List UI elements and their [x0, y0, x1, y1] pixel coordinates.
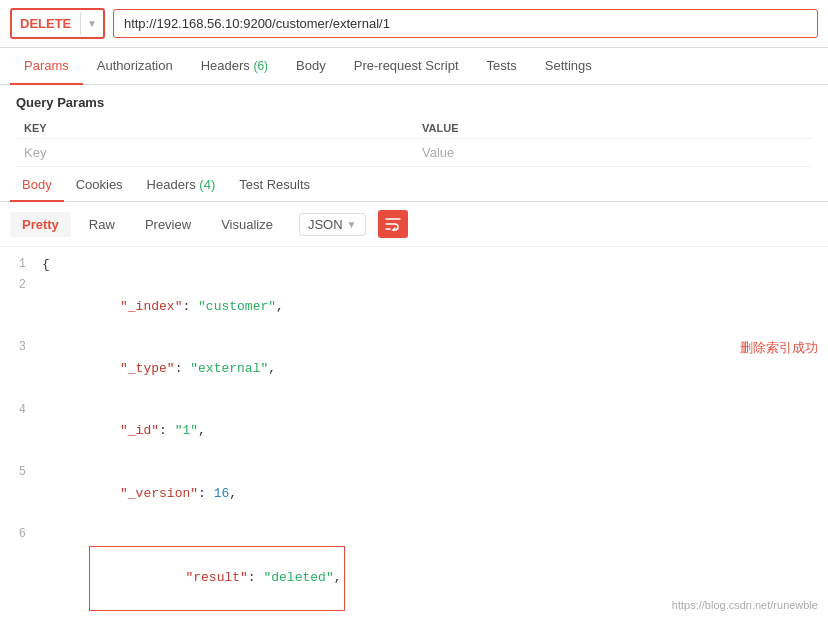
format-dropdown-icon: ▼ — [347, 219, 357, 230]
body-tab-body[interactable]: Body — [10, 169, 64, 202]
tab-body[interactable]: Body — [282, 48, 340, 85]
json-response: 1 { 2 "_index": "customer", 3 "_type": "… — [0, 247, 828, 619]
col-key-header: KEY — [16, 118, 414, 139]
tab-params[interactable]: Params — [10, 48, 83, 85]
wrap-icon — [385, 217, 401, 231]
query-params-section: Query Params KEY VALUE Key Value — [0, 85, 828, 167]
body-tab-headers[interactable]: Headers (4) — [135, 169, 228, 202]
query-params-title: Query Params — [16, 95, 812, 110]
view-pretty[interactable]: Pretty — [10, 212, 71, 237]
format-select[interactable]: JSON ▼ — [299, 213, 366, 236]
view-preview[interactable]: Preview — [133, 212, 203, 237]
body-tabs: Body Cookies Headers (4) Test Results — [0, 169, 828, 202]
json-line-5: 5 "_version": 16, — [0, 463, 828, 525]
col-value-header: VALUE — [414, 118, 812, 139]
method-dropdown-icon: ▼ — [80, 12, 103, 35]
annotation-delete-success: 删除索引成功 — [740, 338, 818, 359]
top-bar: DELETE GET POST PUT ▼ — [0, 0, 828, 48]
wrap-button[interactable] — [378, 210, 408, 238]
format-label: JSON — [308, 217, 343, 232]
params-key-input[interactable]: Key — [16, 139, 414, 167]
json-line-2: 2 "_index": "customer", — [0, 276, 828, 338]
json-line-1: 1 { — [0, 255, 828, 276]
tab-pre-request-script[interactable]: Pre-request Script — [340, 48, 473, 85]
params-table: KEY VALUE Key Value — [16, 118, 812, 167]
params-value-input[interactable]: Value — [414, 139, 812, 167]
watermark: https://blog.csdn.net/runewble — [672, 599, 818, 611]
result-highlight: "result": "deleted", — [89, 546, 345, 610]
body-tab-cookies[interactable]: Cookies — [64, 169, 135, 202]
url-input[interactable] — [113, 9, 818, 38]
tab-tests[interactable]: Tests — [473, 48, 531, 85]
tab-authorization[interactable]: Authorization — [83, 48, 187, 85]
tab-headers[interactable]: Headers (6) — [187, 48, 282, 85]
view-visualize[interactable]: Visualize — [209, 212, 285, 237]
nav-tabs: Params Authorization Headers (6) Body Pr… — [0, 48, 828, 85]
body-tab-test-results[interactable]: Test Results — [227, 169, 322, 202]
method-select[interactable]: DELETE GET POST PUT — [12, 10, 80, 37]
view-raw[interactable]: Raw — [77, 212, 127, 237]
response-toolbar: Pretty Raw Preview Visualize JSON ▼ — [0, 202, 828, 247]
method-select-wrapper[interactable]: DELETE GET POST PUT ▼ — [10, 8, 105, 39]
tab-settings[interactable]: Settings — [531, 48, 606, 85]
params-row-empty: Key Value — [16, 139, 812, 167]
json-line-3: 3 "_type": "external", 删除索引成功 — [0, 338, 828, 400]
json-line-4: 4 "_id": "1", — [0, 401, 828, 463]
